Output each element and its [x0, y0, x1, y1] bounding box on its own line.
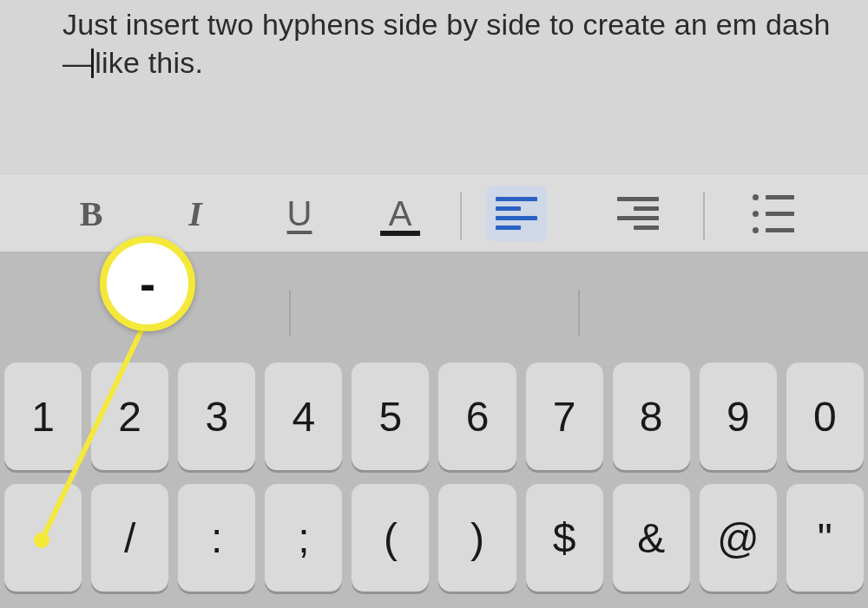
key-2[interactable]: 2: [91, 363, 168, 470]
underline-button[interactable]: U: [269, 186, 330, 241]
keyboard-row-1: 1 2 3 4 5 6 7 8 9 0: [4, 363, 864, 470]
bulleted-list-icon: [753, 194, 794, 233]
align-left-button[interactable]: [486, 186, 547, 241]
key-ampersand[interactable]: &: [613, 484, 690, 592]
key-4[interactable]: 4: [265, 363, 342, 470]
text-color-icon: A: [389, 194, 412, 233]
annotation-endpoint: [34, 533, 49, 548]
document-text[interactable]: Just insert two hyphens side by side to …: [62, 5, 851, 82]
toolbar-separator: [703, 192, 705, 240]
italic-button[interactable]: I: [165, 186, 226, 241]
key-1[interactable]: 1: [4, 363, 82, 470]
key-slash[interactable]: /: [91, 484, 168, 592]
key-6[interactable]: 6: [438, 363, 516, 470]
bold-icon: B: [80, 193, 103, 234]
key-5[interactable]: 5: [352, 363, 429, 470]
text-color-button[interactable]: A: [370, 186, 431, 241]
underline-icon: U: [287, 194, 312, 233]
key-at[interactable]: @: [700, 484, 777, 592]
key-open-paren[interactable]: (: [352, 484, 429, 592]
align-right-icon: [617, 197, 659, 230]
italic-icon: I: [188, 193, 202, 234]
align-left-icon: [496, 197, 537, 230]
key-dollar[interactable]: $: [526, 484, 603, 592]
text-caret: [91, 49, 94, 78]
text-after-caret: like this.: [95, 46, 203, 79]
text-color-underline: [380, 231, 420, 236]
annotation-callout: -: [100, 236, 195, 331]
key-0[interactable]: 0: [786, 363, 864, 470]
key-double-quote[interactable]: ": [786, 484, 864, 592]
key-7[interactable]: 7: [526, 363, 603, 470]
align-right-button[interactable]: [608, 186, 668, 241]
keyboard-row-2: - / : ; ( ) $ & @ ": [4, 484, 864, 592]
annotation-symbol: -: [140, 257, 155, 311]
key-9[interactable]: 9: [700, 363, 777, 470]
bold-button[interactable]: B: [61, 186, 122, 241]
bulleted-list-button[interactable]: [743, 186, 804, 241]
key-3[interactable]: 3: [178, 363, 255, 470]
document-area[interactable]: Just insert two hyphens side by side to …: [0, 0, 868, 173]
suggestion-separator: [289, 290, 291, 337]
key-close-paren[interactable]: ): [438, 484, 516, 592]
key-semicolon[interactable]: ;: [265, 484, 342, 592]
suggestion-separator: [578, 290, 580, 337]
key-8[interactable]: 8: [613, 363, 690, 470]
key-colon[interactable]: :: [178, 484, 255, 592]
toolbar-separator: [460, 192, 462, 240]
